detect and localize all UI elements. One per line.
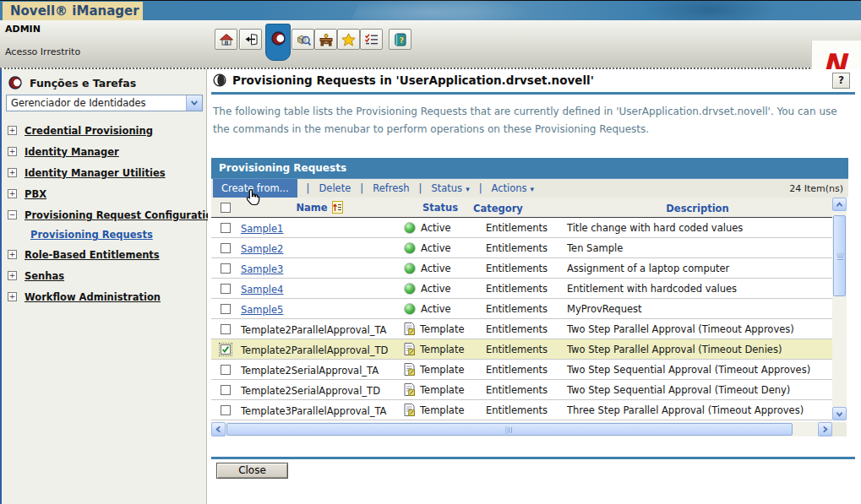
scroll-up-button[interactable] xyxy=(832,198,847,211)
sidebar-item-workflow-administration[interactable]: +Workflow Administration xyxy=(2,286,207,307)
row-description-cell: Three Step Parallel Approval (Timeout Ap… xyxy=(563,404,832,416)
home-button[interactable] xyxy=(215,29,237,50)
vertical-scroll-thumb[interactable] xyxy=(833,215,846,296)
table-row[interactable]: Template3ParallelApproval_TA TemplateEnt… xyxy=(211,400,832,420)
table-row[interactable]: Template2SerialApproval_TD TemplateEntit… xyxy=(211,380,832,400)
row-name-cell: Sample1 xyxy=(239,219,400,236)
main-content: Provisioning Requests in 'UserApplicatio… xyxy=(208,69,861,504)
row-checkbox[interactable] xyxy=(221,284,231,294)
row-status-cell: Active xyxy=(400,222,470,234)
horizontal-scrollbar[interactable] xyxy=(211,422,832,436)
template-status-icon xyxy=(404,343,415,355)
row-category-cell: Entitlements xyxy=(470,364,563,376)
row-checkbox[interactable] xyxy=(221,405,231,415)
row-category-cell: Entitlements xyxy=(470,384,563,396)
page-help-button[interactable]: ? xyxy=(832,73,850,89)
menubar-item-create-from[interactable]: Create from... xyxy=(213,179,297,198)
row-checkbox[interactable] xyxy=(221,243,231,253)
expand-icon[interactable]: + xyxy=(8,271,17,280)
sidebar-header: Funções e Tarefas xyxy=(8,76,136,89)
table-row[interactable]: Template2SerialApproval_TA TemplateEntit… xyxy=(211,360,832,380)
close-button[interactable]: Close xyxy=(216,463,288,479)
preferences-button[interactable] xyxy=(360,29,383,50)
row-checkbox[interactable] xyxy=(221,365,231,375)
view-objects-icon xyxy=(296,33,311,46)
table-row[interactable]: Sample5ActiveEntitlementsMyProvRequest xyxy=(211,299,832,319)
table-row[interactable]: Sample4ActiveEntitlementsEntitlement wit… xyxy=(211,279,832,299)
menubar-item-delete[interactable]: Delete xyxy=(319,182,351,194)
sidebar-item-provisioning-requests[interactable]: Provisioning Requests xyxy=(2,225,207,244)
table-row[interactable]: Sample1ActiveEntitlementsTitle change wi… xyxy=(211,218,832,238)
row-status-cell: Template xyxy=(400,383,470,396)
tree-item-label: Identity Manager Utilities xyxy=(25,167,166,179)
row-name-text: Template2SerialApproval_TA xyxy=(241,365,379,377)
row-name-link[interactable]: Sample1 xyxy=(241,223,283,235)
row-name-link[interactable]: Sample2 xyxy=(241,243,283,255)
row-checkbox[interactable] xyxy=(221,344,231,355)
horizontal-scroll-thumb[interactable] xyxy=(226,423,793,436)
scroll-left-button[interactable] xyxy=(211,422,226,436)
row-checkbox[interactable] xyxy=(221,263,231,274)
active-status-icon xyxy=(404,303,416,315)
sidebar-item-credential-provisioning[interactable]: +Credential Provisioning xyxy=(2,120,207,141)
sidebar-item-role-based-entitlements[interactable]: +Role-Based Entitlements xyxy=(2,244,207,265)
view-objects-button[interactable] xyxy=(292,29,314,50)
sidebar-item-provisioning-request-configuration[interactable]: −Provisioning Request Configuration xyxy=(2,204,207,225)
row-name-link[interactable]: Sample3 xyxy=(241,263,283,275)
configure-icon xyxy=(319,33,334,46)
row-name-link[interactable]: Sample5 xyxy=(241,304,283,316)
row-name-cell: Template2ParallelApproval_TD xyxy=(239,341,400,357)
expand-icon[interactable]: + xyxy=(8,168,17,177)
row-checkbox[interactable] xyxy=(221,324,231,334)
scroll-right-button[interactable] xyxy=(818,422,832,436)
table-row[interactable]: Template2ParallelApproval_TA TemplateEnt… xyxy=(211,319,832,339)
row-category-cell: Entitlements xyxy=(470,222,563,234)
chevron-down-icon[interactable] xyxy=(186,95,202,111)
menubar-separator: | xyxy=(479,182,482,194)
menubar-item-actions[interactable]: Actions▾ xyxy=(492,182,535,194)
collapse-icon[interactable]: − xyxy=(8,210,17,219)
active-status-icon xyxy=(404,263,416,274)
help-button-toolbar[interactable]: ? xyxy=(389,29,411,50)
svg-text:?: ? xyxy=(399,35,404,44)
menubar-item-refresh[interactable]: Refresh xyxy=(373,182,409,194)
row-checkbox-cell xyxy=(211,405,239,415)
dropdown-arrow-icon: ▾ xyxy=(466,185,470,193)
row-status-cell: Active xyxy=(400,283,470,295)
row-status-text: Template xyxy=(420,404,464,416)
category-select[interactable]: Gerenciador de Identidades xyxy=(6,95,203,111)
sort-ascending-icon[interactable] xyxy=(332,201,343,214)
expand-icon[interactable]: + xyxy=(8,126,17,135)
column-header-name[interactable]: Name xyxy=(239,201,400,214)
imanager-window: Novell® iManager ADMIN Acesso Irrestrito xyxy=(0,0,861,504)
configure-button[interactable] xyxy=(314,29,337,50)
expand-icon[interactable]: + xyxy=(8,250,17,259)
provisioning-requests-icon xyxy=(213,73,226,87)
scroll-down-button[interactable] xyxy=(832,407,847,420)
row-checkbox-cell xyxy=(211,263,239,274)
table-row[interactable]: Sample2ActiveEntitlementsTen Sample xyxy=(211,238,832,258)
tree-item-label: Workflow Administration xyxy=(25,291,161,303)
sidebar-item-identity-manager[interactable]: +Identity Manager xyxy=(2,141,207,162)
menubar-item-status[interactable]: Status▾ xyxy=(431,182,469,194)
table-row[interactable]: Template2ParallelApproval_TD TemplateEnt… xyxy=(211,339,832,360)
roles-tasks-button-selected[interactable] xyxy=(265,24,291,61)
expand-icon[interactable]: + xyxy=(8,147,17,156)
favorites-button[interactable] xyxy=(337,29,360,50)
expand-icon[interactable]: + xyxy=(8,292,17,301)
row-checkbox[interactable] xyxy=(221,304,231,314)
vertical-scrollbar[interactable] xyxy=(832,198,847,420)
expand-icon[interactable]: + xyxy=(8,189,17,198)
sidebar-item-pbx[interactable]: +PBX xyxy=(2,183,207,204)
table-row[interactable]: Sample3ActiveEntitlementsAssignment of a… xyxy=(211,258,832,279)
sidebar-item-senhas[interactable]: +Senhas xyxy=(2,265,207,286)
row-status-text: Active xyxy=(421,242,451,254)
exit-button[interactable] xyxy=(239,29,262,50)
row-name-link[interactable]: Sample4 xyxy=(241,284,283,295)
sidebar-item-identity-manager-utilities[interactable]: +Identity Manager Utilities xyxy=(2,162,207,183)
table-body: Sample1ActiveEntitlementsTitle change wi… xyxy=(211,218,832,420)
row-checkbox[interactable] xyxy=(221,223,231,233)
select-all-checkbox[interactable] xyxy=(221,203,231,213)
row-description-cell: Entitlement with hardcoded values xyxy=(563,283,832,295)
row-checkbox[interactable] xyxy=(221,385,231,395)
